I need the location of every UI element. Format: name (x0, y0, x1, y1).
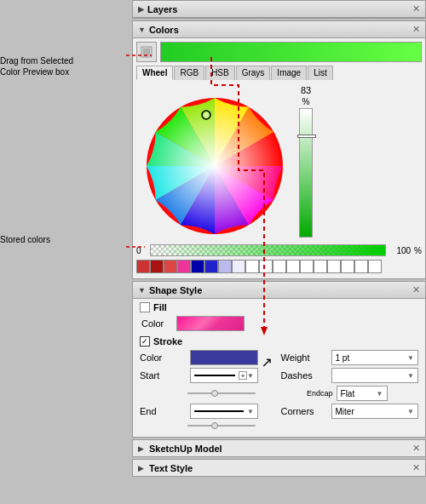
tab-grays[interactable]: Grays (236, 66, 271, 80)
color-preview-bar[interactable] (160, 42, 422, 62)
brightness-slider-area: 83 % (299, 83, 313, 241)
colors-panel-header-left: ▼ Colors (138, 25, 179, 35)
color-swatch-15[interactable] (341, 260, 354, 273)
colors-close-icon[interactable]: ✕ (412, 24, 420, 35)
layers-panel: ▶ Layers ✕ (132, 0, 426, 19)
layers-close-icon[interactable]: ✕ (412, 3, 420, 14)
endcap-label: Endcap (307, 389, 333, 398)
stroke-checkbox[interactable]: ✓ (140, 336, 150, 346)
svg-rect-1 (143, 49, 150, 55)
color-swatch-12[interactable] (300, 260, 314, 273)
fill-color-label: Color (141, 318, 171, 329)
svg-point-3 (147, 98, 283, 234)
stroke-dashes-label: Dashes (281, 370, 328, 381)
stroke-color-weight-row: Color ↖ Weight 1 pt ▼ (140, 350, 418, 365)
color-swatch-6[interactable] (218, 260, 232, 273)
text-style-collapse-icon: ▶ (138, 464, 144, 472)
shape-style-panel-header[interactable]: ▼ Shape Style ✕ (133, 282, 425, 299)
stroke-dashes-dropdown[interactable]: ▼ (331, 368, 419, 383)
color-swatch-16[interactable] (354, 260, 368, 273)
text-style-panel-title: Text Style (149, 463, 412, 473)
corners-dropdown-arrow: ▼ (407, 408, 414, 415)
fill-color-row: Color (141, 316, 418, 331)
sketchup-close-icon[interactable]: ✕ (412, 443, 420, 454)
fill-label: Fill (153, 302, 167, 312)
end-slider-thumb (211, 422, 218, 429)
end-slider[interactable] (187, 421, 256, 430)
stroke-color-swatch[interactable] (190, 350, 258, 365)
shape-style-panel: ▼ Shape Style ✕ Fill Color (132, 281, 426, 438)
endcap-dropdown[interactable]: Flat ▼ (337, 386, 388, 401)
stroke-end-label: End (140, 406, 187, 416)
opacity-percent-sign: % (414, 246, 422, 255)
fill-section: Fill Color (140, 302, 418, 331)
shape-style-collapse-icon: ▼ (138, 286, 146, 295)
sketchup-model-panel[interactable]: ▶ SketchUp Model ✕ (132, 439, 426, 457)
tab-hsb[interactable]: HSB (205, 66, 235, 80)
stroke-start-swatch[interactable]: + ▼ (190, 368, 258, 383)
stroke-color-label: Color (140, 352, 187, 363)
color-swatch-0[interactable] (136, 260, 150, 273)
colors-collapse-icon: ▼ (138, 26, 146, 34)
sketchup-collapse-icon: ▶ (138, 444, 144, 453)
color-swatch-5[interactable] (204, 260, 218, 273)
color-swatch-3[interactable] (177, 260, 191, 273)
color-swatch-2[interactable] (164, 260, 177, 273)
corners-dropdown[interactable]: Miter ▼ (331, 404, 419, 419)
color-swatch-4[interactable] (191, 260, 204, 273)
tab-image[interactable]: Image (271, 66, 307, 80)
color-swatch-14[interactable] (327, 260, 341, 273)
color-wheel-canvas[interactable] (136, 83, 294, 241)
color-swatch-10[interactable] (273, 260, 286, 273)
colors-content: Wheel RGB HSB Grays Image List (133, 38, 425, 278)
panels-area: ▶ Layers ✕ ▼ Colors ✕ (132, 0, 426, 504)
svg-point-5 (204, 112, 209, 117)
colors-panel-header[interactable]: ▼ Colors ✕ (133, 21, 425, 38)
sketchup-panel-title: SketchUp Model (149, 444, 412, 454)
stroke-corners-label: Corners (281, 406, 328, 416)
tabs-row: Wheel RGB HSB Grays Image List (136, 66, 422, 80)
stroke-end-swatch[interactable]: ▼ (190, 404, 258, 419)
brightness-value: 83 (301, 85, 311, 95)
tab-list[interactable]: List (308, 66, 333, 80)
color-swatch-11[interactable] (286, 260, 300, 273)
dashes-dropdown-arrow: ▼ (407, 372, 414, 380)
brightness-thumb (297, 135, 316, 138)
color-swatch-1[interactable] (150, 260, 164, 273)
start-slider[interactable] (187, 389, 256, 398)
endcap-value: Flat (341, 389, 355, 398)
weight-dropdown-arrow: ▼ (407, 354, 414, 362)
brightness-slider[interactable] (299, 108, 313, 238)
color-swatch-13[interactable] (314, 260, 327, 273)
start-dropdown-arrow: ▼ (247, 372, 254, 380)
fill-color-swatch[interactable] (176, 316, 245, 331)
stroke-start-label: Start (140, 370, 187, 381)
tab-wheel[interactable]: Wheel (136, 66, 173, 80)
color-swatch-9[interactable] (259, 260, 273, 273)
hue-opacity-row: 0 100 % (136, 244, 422, 256)
stroke-weight-dropdown[interactable]: 1 pt ▼ (331, 350, 419, 365)
shape-style-content: Fill Color ✓ Stroke (133, 299, 425, 437)
fill-checkbox[interactable] (140, 302, 150, 312)
stroke-end-corners-row: End ▼ Corners Miter ▼ (140, 404, 418, 419)
stroke-weight-label: Weight (281, 352, 328, 363)
end-slider-track (187, 425, 256, 427)
stored-colors-annotation: Stored colors (0, 234, 102, 245)
color-swatch-7[interactable] (232, 260, 245, 273)
color-preview-annotation: Drag from SelectedColor Preview box (0, 55, 102, 77)
opacity-bar[interactable] (150, 244, 386, 256)
start-line (194, 375, 235, 376)
color-swatch-17[interactable] (368, 260, 382, 273)
colors-panel: ▼ Colors ✕ W (132, 20, 426, 279)
color-swatch-8[interactable] (245, 260, 259, 273)
text-style-panel[interactable]: ▶ Text Style ✕ (132, 459, 426, 477)
layers-panel-header[interactable]: ▶ Layers ✕ (133, 1, 425, 18)
layers-collapse-icon: ▶ (138, 5, 144, 14)
eyedropper-button[interactable] (136, 42, 157, 62)
stroke-header: ✓ Stroke (140, 336, 418, 346)
tab-rgb[interactable]: RGB (174, 66, 204, 80)
text-style-close-icon[interactable]: ✕ (412, 462, 420, 473)
corners-value: Miter (336, 407, 354, 416)
shape-style-close-icon[interactable]: ✕ (412, 284, 420, 295)
stroke-label: Stroke (153, 336, 182, 346)
